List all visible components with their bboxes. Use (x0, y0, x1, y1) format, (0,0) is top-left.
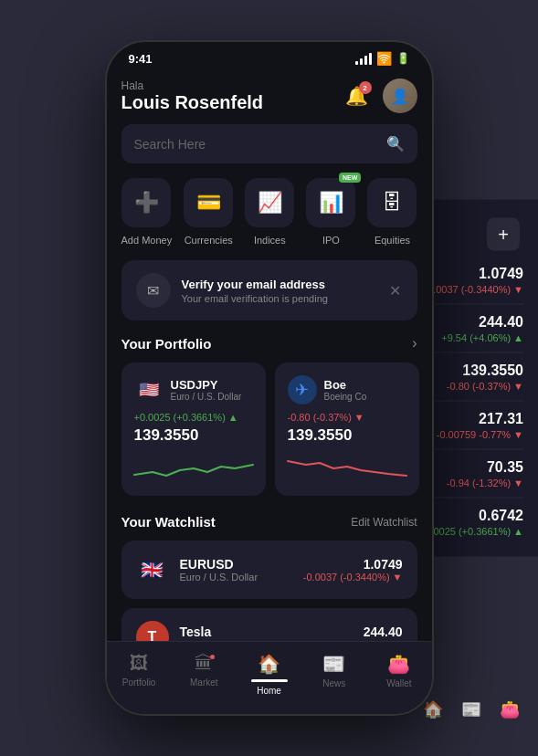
nav-portfolio[interactable]: 🖼 Portfolio (107, 649, 172, 699)
signal-bar-2 (360, 58, 363, 65)
eurusd-change: -0.0037 (-0.3440%) ▼ (303, 572, 403, 583)
equities-action[interactable]: 🗄 Equities (367, 178, 417, 246)
eurusd-flag: 🇬🇧 (136, 553, 169, 586)
phone-shell: 9:41 🛜 🔋 Hala Louis Rosenfeld 🔔 2 (105, 40, 434, 716)
equities-button[interactable]: 🗄 (367, 178, 417, 227)
currencies-action[interactable]: 💳 Currencies (184, 178, 233, 246)
portfolio-arrow-icon[interactable]: › (412, 335, 417, 352)
nav-market[interactable]: 🏛 Market (172, 649, 237, 699)
boeing-change: -0.80 (-0.37%) ▼ (288, 412, 406, 423)
plus-icon: ➕ (134, 191, 159, 215)
usdjpy-sparkline (134, 452, 253, 483)
boeing-value: 139.3550 (288, 426, 406, 445)
nav-news[interactable]: 📰 News (301, 649, 366, 699)
portfolio-nav-icon: 🖼 (130, 653, 148, 674)
wallet-nav-label: Wallet (386, 678, 411, 688)
portfolio-card-usdjpy[interactable]: 🇺🇸 USDJPY Euro / U.S. Dollar +0.0025 (+0… (121, 362, 266, 496)
portfolio-cards: 🇺🇸 USDJPY Euro / U.S. Dollar +0.0025 (+0… (121, 362, 417, 496)
boeing-name: Boeing Co (324, 392, 367, 402)
boeing-flag: ✈ (288, 375, 317, 404)
signal-bars-icon (355, 53, 372, 65)
battery-icon: 🔋 (396, 52, 410, 65)
ipo-button[interactable]: NEW 📊 (306, 178, 355, 227)
portfolio-card-boeing[interactable]: ✈ Boe Boeing Co -0.80 (-0.37%) ▼ 139.355… (275, 362, 419, 496)
nav-home[interactable]: 🏠 Home (237, 649, 301, 699)
bg-home-icon: 🏠 (423, 699, 443, 719)
wifi-icon: 🛜 (376, 51, 392, 66)
add-money-action[interactable]: ➕ Add Money (121, 178, 173, 246)
equities-icon: 🗄 (382, 191, 402, 215)
watchlist-section-header: Your Watchlist Edit Watchlist (121, 514, 417, 530)
boeing-sparkline (288, 452, 406, 483)
equities-label: Equities (374, 235, 410, 246)
signal-bar-3 (364, 56, 367, 65)
eurusd-name: Euro / U.S. Dollar (180, 572, 292, 583)
ipo-label: IPO (322, 235, 340, 246)
phone-content[interactable]: Hala Louis Rosenfeld 🔔 2 👤 Search Here 🔍 (107, 71, 432, 641)
portfolio-section-header: Your Portfolio › (121, 335, 417, 352)
usdjpy-symbol: USDJPY (171, 378, 242, 392)
email-icon: ✉ (136, 273, 171, 308)
watchlist-item-tesla[interactable]: T Tesla Tesla, Inc. 244.40 +9.54 (+4.06%… (121, 608, 417, 641)
market-icon-wrap: 🏛 (195, 653, 213, 674)
portfolio-nav-label: Portfolio (122, 677, 156, 688)
eurusd-price: 1.0749 (303, 557, 403, 572)
nav-wallet[interactable]: 👛 Wallet (366, 649, 431, 699)
header-actions: 🔔 2 👤 (341, 79, 417, 113)
portfolio-title: Your Portfolio (121, 336, 212, 352)
tesla-flag: T (136, 621, 169, 641)
tesla-info: Tesla Tesla, Inc. (180, 625, 310, 641)
header-user-info: Hala Louis Rosenfeld (121, 79, 264, 113)
signal-bar-4 (369, 53, 372, 65)
indices-label: Indices (254, 235, 286, 246)
eurusd-price-area: 1.0749 -0.0037 (-0.3440%) ▼ (303, 557, 403, 583)
watchlist-item-eurusd[interactable]: 🇬🇧 EURUSD Euro / U.S. Dollar 1.0749 -0.0… (121, 541, 417, 599)
eurusd-info: EURUSD Euro / U.S. Dollar (180, 557, 292, 583)
news-nav-label: News (322, 678, 345, 688)
edit-watchlist-button[interactable]: Edit Watchlist (351, 516, 417, 529)
home-nav-label: Home (257, 686, 281, 696)
verify-email-banner: ✉ Verify your email address Your email v… (121, 260, 417, 320)
bg-news-icon: 📰 (461, 699, 481, 719)
eurusd-symbol: EURUSD (180, 557, 292, 572)
search-bar[interactable]: Search Here 🔍 (121, 124, 417, 163)
bg-plus-button[interactable]: + (487, 218, 520, 251)
usdjpy-name: Euro / U.S. Dollar (171, 392, 242, 402)
new-badge: NEW (339, 173, 361, 183)
currencies-icon: 💳 (196, 191, 221, 215)
avatar[interactable]: 👤 (383, 79, 417, 113)
indices-action[interactable]: 📈 Indices (245, 178, 294, 246)
usdjpy-info: USDJPY Euro / U.S. Dollar (171, 378, 242, 402)
add-money-button[interactable]: ➕ (121, 178, 171, 227)
search-icon: 🔍 (386, 135, 405, 152)
tesla-price-area: 244.40 +9.54 (+4.06%) ▲ (321, 625, 403, 641)
verify-close-button[interactable]: ✕ (385, 279, 406, 301)
bg-wallet-icon: 👛 (500, 699, 520, 719)
boeing-info: Boe Boeing Co (324, 378, 367, 402)
bottom-nav: 🖼 Portfolio 🏛 Market 🏠 Home 📰 News 👛 Wal… (107, 641, 432, 714)
search-placeholder: Search Here (134, 137, 377, 152)
greeting-text: Hala (121, 79, 264, 92)
market-notification-dot (210, 655, 215, 659)
indices-button[interactable]: 📈 (245, 178, 294, 227)
down-arrow-icon: ▼ (354, 412, 364, 423)
bg-bottom-icons: 🏠 📰 👛 (423, 699, 520, 719)
signal-bar-1 (355, 61, 358, 65)
watchlist-title: Your Watchlist (121, 514, 216, 530)
ipo-icon: 📊 (319, 191, 343, 215)
notification-button[interactable]: 🔔 2 (341, 79, 374, 112)
currencies-label: Currencies (185, 235, 233, 246)
verify-subtitle: Your email verification is pending (182, 293, 328, 304)
eurusd-down-arrow: ▼ (393, 572, 403, 583)
ipo-action[interactable]: NEW 📊 IPO (306, 178, 355, 246)
usdjpy-value: 139.3550 (134, 426, 253, 445)
indices-icon: 📈 (258, 191, 282, 215)
status-time: 9:41 (129, 52, 153, 66)
card-header-boeing: ✈ Boe Boeing Co (288, 375, 406, 404)
home-nav-icon: 🏠 (258, 653, 280, 675)
verify-title: Verify your email address (182, 278, 328, 291)
wallet-nav-icon: 👛 (387, 653, 410, 675)
usdjpy-change: +0.0025 (+0.3661%) ▲ (134, 412, 253, 423)
currencies-button[interactable]: 💳 (184, 178, 233, 227)
user-name: Louis Rosenfeld (121, 92, 264, 113)
